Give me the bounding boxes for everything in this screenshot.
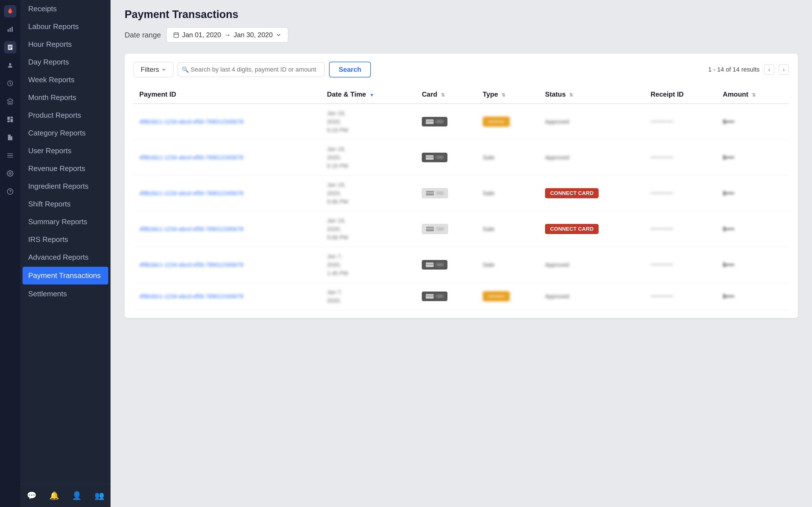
person-icon[interactable] (4, 59, 16, 71)
svg-rect-13 (426, 121, 434, 122)
cell-status: Approved (539, 104, 645, 140)
cell-receipt-id: •••••••••••• (645, 283, 717, 310)
add-user-icon[interactable]: 👥 (92, 489, 107, 503)
svg-rect-7 (7, 121, 10, 122)
date-range-picker[interactable]: Jan 01, 2020 → Jan 30, 2020 (167, 27, 289, 43)
search-input[interactable] (178, 62, 324, 77)
sidebar-item-shift[interactable]: Shift Reports (20, 195, 110, 213)
sidebar-item-ingredient[interactable]: Ingredient Reports (20, 177, 110, 195)
chat-icon[interactable]: 💬 (24, 489, 39, 503)
payment-id-link[interactable]: 4f8b3dc1-1234-abcd-ef56-789012345678 (139, 190, 243, 196)
chevron-down-icon (275, 32, 282, 38)
list-icon[interactable] (4, 149, 16, 162)
sidebar-item-advanced[interactable]: Advanced Reports (20, 248, 110, 266)
sidebar-item-month[interactable]: Month Reports (20, 89, 110, 107)
sidebar-item-revenue[interactable]: Revenue Reports (20, 160, 110, 177)
sort-icon: ⇅ (502, 93, 505, 98)
status-badge: CONNECT CARD (545, 224, 599, 234)
cell-card: •••• (416, 247, 477, 283)
col-type[interactable]: Type ⇅ (477, 86, 539, 104)
sidebar-item-day[interactable]: Day Reports (20, 53, 110, 71)
user-profile-icon[interactable]: 👤 (70, 489, 84, 503)
next-page-button[interactable]: › (779, 64, 789, 75)
cell-card: •••• (416, 211, 477, 247)
cell-payment-id: 4f8b3dc1-1234-abcd-ef56-789012345678 (134, 104, 321, 140)
cell-receipt-id: •••••••••••• (645, 104, 717, 140)
table-row: 4f8b3dc1-1234-abcd-ef56-789012345678Jan … (134, 283, 789, 310)
card-chip: •••• (422, 291, 448, 301)
payment-id-link[interactable]: 4f8b3dc1-1234-abcd-ef56-789012345678 (139, 293, 243, 299)
date-arrow: → (224, 31, 231, 39)
bell-icon[interactable]: 🔔 (47, 489, 61, 503)
col-amount[interactable]: Amount ⇅ (717, 86, 789, 104)
settings-icon[interactable] (4, 167, 16, 180)
table-row: 4f8b3dc1-1234-abcd-ef56-789012345678Jan … (134, 211, 789, 247)
search-wrap: 🔍 (178, 62, 324, 77)
help-icon[interactable] (4, 185, 16, 198)
tool-icon[interactable] (4, 113, 16, 126)
sidebar-item-settlements[interactable]: Settlements (20, 285, 110, 303)
sidebar-item-irs[interactable]: IRS Reports (20, 231, 110, 248)
chart-bar-icon[interactable] (4, 23, 16, 36)
status-text: Approved (545, 262, 569, 268)
svg-rect-6 (10, 119, 13, 122)
cell-amount: $•••• (717, 283, 789, 310)
cell-date: Jan 19,2020,5:06 PM (321, 211, 416, 247)
col-date-time[interactable]: Date & Time ▼ (321, 86, 416, 104)
svg-rect-17 (426, 192, 434, 194)
results-text: 1 - 14 of 14 results (708, 66, 760, 73)
date-to: Jan 30, 2020 (234, 31, 273, 39)
sidebar-item-week[interactable]: Week Reports (20, 71, 110, 89)
sidebar-item-payment[interactable]: Payment Transactions (22, 267, 108, 284)
svg-rect-23 (426, 295, 434, 297)
cell-payment-id: 4f8b3dc1-1234-abcd-ef56-789012345678 (134, 211, 321, 247)
results-info: 1 - 14 of 14 results ‹ › (708, 64, 789, 75)
cell-receipt-id: •••••••••••• (645, 140, 717, 175)
side-icon-bar (0, 0, 20, 507)
sort-icon: ⇅ (569, 93, 573, 98)
filters-button[interactable]: Filters (134, 62, 173, 77)
svg-rect-5 (7, 117, 10, 120)
sidebar-item-receipts[interactable]: Receipts (20, 0, 110, 18)
clock-icon[interactable] (4, 77, 16, 90)
sidebar-item-summary[interactable]: Summary Reports (20, 213, 110, 231)
cell-payment-id: 4f8b3dc1-1234-abcd-ef56-789012345678 (134, 247, 321, 283)
card-chip: •••• (422, 188, 448, 198)
cell-receipt-id: •••••••••••• (645, 175, 717, 211)
receipt-icon[interactable] (4, 41, 16, 54)
col-card[interactable]: Card ⇅ (416, 86, 477, 104)
payment-id-link[interactable]: 4f8b3dc1-1234-abcd-ef56-789012345678 (139, 226, 243, 232)
sidebar-item-category[interactable]: Category Reports (20, 124, 110, 142)
date-range-row: Date range Jan 01, 2020 → Jan 30, 2020 (124, 27, 798, 43)
search-button[interactable]: Search (329, 62, 371, 77)
svg-rect-11 (174, 33, 179, 38)
date-range-label: Date range (124, 31, 161, 40)
payment-id-link[interactable]: 4f8b3dc1-1234-abcd-ef56-789012345678 (139, 119, 243, 125)
cell-amount: $•••• (717, 104, 789, 140)
status-badge: CONNECT CARD (545, 188, 599, 198)
payment-id-link[interactable]: 4f8b3dc1-1234-abcd-ef56-789012345678 (139, 154, 243, 161)
cell-amount: $•••• (717, 247, 789, 283)
sort-icon: ⇅ (752, 93, 756, 98)
payment-id-link[interactable]: 4f8b3dc1-1234-abcd-ef56-789012345678 (139, 262, 243, 268)
sidebar-item-hour[interactable]: Hour Reports (20, 36, 110, 53)
prev-page-button[interactable]: ‹ (764, 64, 774, 75)
document-icon[interactable] (4, 131, 16, 144)
col-status[interactable]: Status ⇅ (539, 86, 645, 104)
cell-status: Approved (539, 247, 645, 283)
col-payment-id: Payment ID (134, 86, 321, 104)
cell-date: Jan 19,2020,5:15 PM (321, 104, 416, 140)
svg-rect-19 (426, 228, 434, 230)
sidebar-item-user[interactable]: User Reports (20, 142, 110, 160)
sidebar-item-product[interactable]: Product Reports (20, 107, 110, 124)
cell-type: ••••••••• (477, 283, 539, 310)
layers-icon[interactable] (4, 95, 16, 108)
svg-rect-15 (426, 157, 434, 158)
logo-icon[interactable] (4, 5, 16, 17)
transactions-table: Payment ID Date & Time ▼ Card ⇅ (134, 86, 789, 310)
sidebar-item-labour[interactable]: Labour Reports (20, 18, 110, 36)
status-text: Approved (545, 119, 569, 125)
cell-amount: $•••• (717, 211, 789, 247)
table-header: Payment ID Date & Time ▼ Card ⇅ (134, 86, 789, 104)
card-chip: •••• (422, 260, 448, 270)
